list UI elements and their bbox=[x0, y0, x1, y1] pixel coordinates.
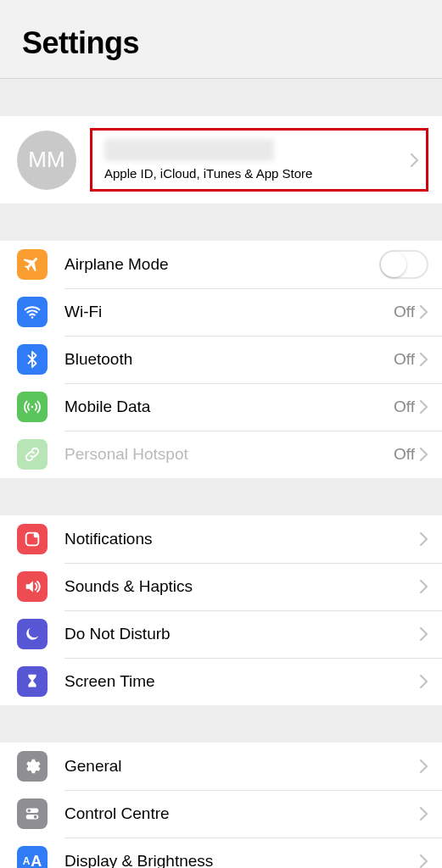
account-subtitle: Apple ID, iCloud, iTunes & App Store bbox=[104, 166, 402, 181]
chevron-right-icon bbox=[420, 305, 428, 319]
apple-id-row[interactable]: MM Apple ID, iCloud, iTunes & App Store bbox=[0, 116, 442, 203]
airplane-icon bbox=[17, 249, 48, 280]
wifi-row[interactable]: Wi-Fi Off bbox=[0, 288, 442, 336]
apple-id-section: MM Apple ID, iCloud, iTunes & App Store bbox=[0, 116, 442, 203]
svg-point-7 bbox=[34, 815, 37, 819]
avatar: MM bbox=[17, 131, 76, 190]
chevron-right-icon bbox=[411, 153, 419, 167]
svg-point-5 bbox=[28, 810, 31, 813]
bluetooth-row[interactable]: Bluetooth Off bbox=[0, 336, 442, 383]
row-label: Sounds & Haptics bbox=[64, 577, 420, 596]
general-row[interactable]: General bbox=[0, 743, 442, 790]
wifi-icon bbox=[17, 297, 48, 327]
chevron-right-icon bbox=[420, 448, 428, 461]
general-section: General Control Centre AA Display & Brig… bbox=[0, 743, 442, 868]
svg-point-0 bbox=[31, 316, 34, 319]
row-value: Off bbox=[394, 303, 415, 321]
sounds-row[interactable]: Sounds & Haptics bbox=[0, 563, 442, 610]
row-label: Mobile Data bbox=[64, 398, 394, 416]
speaker-icon bbox=[17, 571, 48, 602]
chevron-right-icon bbox=[420, 400, 428, 414]
chevron-right-icon bbox=[420, 760, 428, 773]
airplane-toggle[interactable] bbox=[379, 250, 428, 279]
chevron-right-icon bbox=[420, 532, 428, 546]
mobile-data-row[interactable]: Mobile Data Off bbox=[0, 383, 442, 431]
page-title: Settings bbox=[22, 25, 420, 61]
avatar-initials: MM bbox=[28, 147, 64, 173]
row-value: Off bbox=[394, 398, 415, 416]
dnd-row[interactable]: Do Not Disturb bbox=[0, 610, 442, 658]
screentime-row[interactable]: Screen Time bbox=[0, 658, 442, 705]
link-icon bbox=[17, 439, 48, 470]
toggles-icon bbox=[17, 798, 48, 829]
section-gap bbox=[0, 478, 442, 515]
hotspot-row[interactable]: Personal Hotspot Off bbox=[0, 431, 442, 478]
moon-icon bbox=[17, 619, 48, 649]
notification-section: Notifications Sounds & Haptics Do Not Di… bbox=[0, 515, 442, 705]
row-label: General bbox=[64, 757, 420, 776]
display-row[interactable]: AA Display & Brightness bbox=[0, 837, 442, 868]
chevron-right-icon bbox=[420, 580, 428, 593]
row-label: Notifications bbox=[64, 530, 420, 548]
apple-id-highlight: Apple ID, iCloud, iTunes & App Store bbox=[90, 128, 428, 192]
bluetooth-icon bbox=[17, 344, 48, 375]
text-size-icon: AA bbox=[17, 846, 48, 868]
row-value: Off bbox=[394, 350, 415, 369]
section-gap bbox=[0, 705, 442, 743]
section-gap bbox=[0, 203, 442, 241]
control-centre-row[interactable]: Control Centre bbox=[0, 790, 442, 837]
chevron-right-icon bbox=[420, 627, 428, 641]
chevron-right-icon bbox=[420, 675, 428, 688]
row-label: Screen Time bbox=[64, 672, 420, 691]
row-label: Personal Hotspot bbox=[64, 445, 394, 464]
svg-point-1 bbox=[31, 406, 34, 409]
connectivity-section: Airplane Mode Wi-Fi Off Bluetooth Off Mo… bbox=[0, 241, 442, 478]
section-gap bbox=[0, 79, 442, 116]
hourglass-icon bbox=[17, 666, 48, 697]
svg-point-3 bbox=[34, 532, 39, 537]
notifications-icon bbox=[17, 524, 48, 554]
notifications-row[interactable]: Notifications bbox=[0, 515, 442, 563]
antenna-icon bbox=[17, 392, 48, 422]
header: Settings bbox=[0, 0, 442, 79]
row-label: Wi-Fi bbox=[64, 303, 394, 321]
row-label: Bluetooth bbox=[64, 350, 394, 369]
account-name-redacted bbox=[104, 139, 274, 161]
airplane-mode-row[interactable]: Airplane Mode bbox=[0, 241, 442, 288]
row-label: Control Centre bbox=[64, 804, 420, 823]
chevron-right-icon bbox=[420, 807, 428, 821]
row-label: Do Not Disturb bbox=[64, 625, 420, 643]
chevron-right-icon bbox=[420, 353, 428, 366]
row-label: Display & Brightness bbox=[64, 852, 420, 868]
row-label: Airplane Mode bbox=[64, 255, 379, 274]
row-value: Off bbox=[394, 445, 415, 464]
chevron-right-icon bbox=[420, 854, 428, 868]
gear-icon bbox=[17, 751, 48, 782]
